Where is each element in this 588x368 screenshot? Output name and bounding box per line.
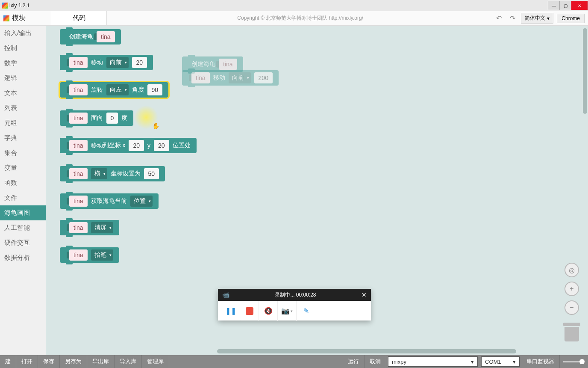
block-goto-suffix: 位置处 xyxy=(173,142,191,149)
block-rotate-action: 旋转 xyxy=(91,86,103,94)
sidebar-item-math[interactable]: 数学 xyxy=(0,56,46,71)
block-rotate[interactable]: tina 旋转 向左 角度 90 xyxy=(60,82,168,98)
maximize-button[interactable]: ▢ xyxy=(559,1,571,10)
sidebar-item-function[interactable]: 函数 xyxy=(0,175,46,190)
block-getpos-label: 获取海龟当前 xyxy=(91,197,127,205)
canvas-move-value[interactable]: 200 xyxy=(254,72,273,83)
center-button[interactable]: ◎ xyxy=(564,263,579,277)
com-select-label: COM1 xyxy=(485,359,501,365)
block-getpos-name: tina xyxy=(69,196,88,207)
block-goto-name: tina xyxy=(69,140,88,151)
managelib-button[interactable]: 管理库 xyxy=(142,355,169,368)
close-button[interactable]: ✕ xyxy=(571,1,588,10)
language-select[interactable]: 简体中文 ▾ xyxy=(521,13,553,24)
minimize-button[interactable]: — xyxy=(548,1,560,10)
sidebar-item-data[interactable]: 数据分析 xyxy=(0,250,46,265)
block-face-value[interactable]: 0 xyxy=(106,113,118,124)
sidebar-item-variable[interactable]: 变量 xyxy=(0,160,46,175)
com-select[interactable]: COM1 ▾ xyxy=(481,356,520,367)
sidebar-item-file[interactable]: 文件 xyxy=(0,190,46,205)
block-move-name: tina xyxy=(69,57,88,68)
recorder-pen-button[interactable]: ✎ xyxy=(297,301,315,321)
recorder-header[interactable]: 📹 录制中... 00:00:28 ✕ xyxy=(218,289,371,301)
sidebar-item-turtle[interactable]: 海龟画图 xyxy=(0,205,46,220)
trash-button[interactable] xyxy=(563,323,580,342)
canvas-move-direction[interactable]: 向前 xyxy=(229,72,251,83)
screen-recorder-widget[interactable]: 📹 录制中... 00:00:28 ✕ ❚❚ 🔇 📷▾ ✎ xyxy=(218,289,371,321)
block-penup-action[interactable]: 抬笔 xyxy=(91,249,113,261)
horizontal-scrollbar[interactable] xyxy=(217,349,516,353)
tab-code[interactable]: 代码 xyxy=(51,11,107,25)
redo-button[interactable]: ↷ xyxy=(507,13,517,24)
sidebar-item-tuple[interactable]: 元组 xyxy=(0,116,46,131)
block-setcoord-value[interactable]: 50 xyxy=(144,168,159,179)
importlib-button[interactable]: 导入库 xyxy=(115,355,142,368)
sidebar-item-control[interactable]: 控制 xyxy=(0,41,46,56)
sidebar-item-io[interactable]: 输入/输出 xyxy=(0,26,46,41)
sidebar-item-dict[interactable]: 字典 xyxy=(0,131,46,145)
recorder-camera-button[interactable]: 📷▾ xyxy=(278,301,297,321)
block-move-value[interactable]: 20 xyxy=(132,57,147,68)
open-button[interactable]: 打开 xyxy=(16,355,38,368)
zoom-in-button[interactable]: + xyxy=(564,282,579,296)
block-move-direction[interactable]: 向前 xyxy=(106,57,129,68)
board-select[interactable]: mixpy ▾ xyxy=(388,356,478,367)
language-label: 简体中文 xyxy=(525,15,545,22)
serial-monitor-button[interactable]: 串口监视器 xyxy=(521,355,560,368)
grab-cursor-icon: ✋ xyxy=(152,122,159,129)
block-goto-ylabel: y xyxy=(147,142,150,149)
sidebar-item-list[interactable]: 列表 xyxy=(0,101,46,116)
sidebar-item-ai[interactable]: 人工智能 xyxy=(0,220,46,235)
sidebar-item-set[interactable]: 集合 xyxy=(0,145,46,160)
saveas-button[interactable]: 另存为 xyxy=(60,355,87,368)
block-face[interactable]: tina 面向 0 度 xyxy=(60,110,133,126)
recorder-pause-button[interactable]: ❚❚ xyxy=(221,301,240,321)
block-setcoord-name: tina xyxy=(69,168,88,179)
recorder-status: 录制中... 00:00:28 xyxy=(275,291,316,299)
sidebar-item-hardware[interactable]: 硬件交互 xyxy=(0,235,46,250)
block-getpos-option[interactable]: 位置 xyxy=(130,196,153,207)
save-button[interactable]: 保存 xyxy=(38,355,60,368)
recorder-mute-button[interactable]: 🔇 xyxy=(259,301,278,321)
block-move[interactable]: tina 移动 向前 20 xyxy=(60,55,153,70)
block-create-turtle[interactable]: 创建海龟 tina xyxy=(60,29,121,45)
browser-button[interactable]: Chrome xyxy=(557,14,585,23)
undo-button[interactable]: ↶ xyxy=(494,13,504,24)
board-select-label: mixpy xyxy=(392,359,406,365)
app-logo-icon xyxy=(2,3,8,9)
block-face-name: tina xyxy=(69,113,88,124)
zoom-slider[interactable] xyxy=(563,361,585,362)
canvas-create-label: 创建海龟 xyxy=(191,60,215,68)
vertical-scrollbar[interactable] xyxy=(583,28,587,114)
canvas-block-move[interactable]: tina 移动 向前 200 xyxy=(182,70,279,86)
recorder-stop-button[interactable] xyxy=(240,301,259,321)
tab-code-label: 代码 xyxy=(73,14,85,22)
block-goto[interactable]: tina 移动到坐标 x 20 y 20 位置处 xyxy=(60,138,197,153)
stop-icon xyxy=(246,307,253,315)
block-clear-action[interactable]: 清屏 xyxy=(91,222,113,233)
sidebar-item-text[interactable]: 文本 xyxy=(0,86,46,101)
block-goto-y[interactable]: 20 xyxy=(154,140,169,151)
block-getpos[interactable]: tina 获取海龟当前 位置 xyxy=(60,193,159,209)
new-button[interactable]: 建 xyxy=(0,355,16,368)
block-face-action: 面向 xyxy=(91,114,103,122)
titlebar: ixly 1.2.1 — ▢ ✕ xyxy=(0,0,588,11)
exportlib-button[interactable]: 导出库 xyxy=(87,355,115,368)
run-button[interactable]: 运行 xyxy=(343,355,365,368)
block-penup[interactable]: tina 抬笔 xyxy=(60,247,119,263)
block-setcoord[interactable]: tina 横 坐标设置为 50 xyxy=(60,166,165,181)
workspace-controls: ◎ + − xyxy=(563,263,580,342)
block-rotate-direction[interactable]: 向左 xyxy=(106,84,129,95)
block-setcoord-axis[interactable]: 横 xyxy=(91,168,107,179)
block-rotate-value[interactable]: 90 xyxy=(147,84,163,95)
zoom-out-button[interactable]: − xyxy=(564,300,579,315)
cancel-button[interactable]: 取消 xyxy=(365,355,386,368)
recorder-body: ❚❚ 🔇 📷▾ ✎ xyxy=(218,301,371,321)
block-clear[interactable]: tina 清屏 xyxy=(60,220,119,235)
chevron-down-icon: ▾ xyxy=(471,359,474,365)
block-setcoord-label: 坐标设置为 xyxy=(111,170,141,178)
sidebar-item-logic[interactable]: 逻辑 xyxy=(0,71,46,86)
block-goto-x[interactable]: 20 xyxy=(129,140,144,151)
recorder-close-icon[interactable]: ✕ xyxy=(362,291,367,298)
tab-module[interactable]: 模块 xyxy=(0,11,51,25)
